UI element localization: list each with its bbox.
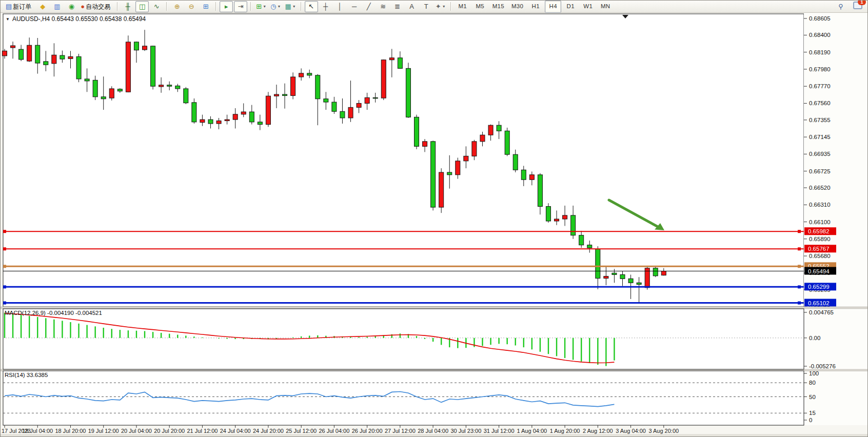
- symbol-dropdown-icon[interactable]: ▼: [6, 17, 10, 22]
- tile-windows-icon: ⊞: [203, 3, 209, 10]
- trendline-button[interactable]: ╱: [362, 1, 376, 12]
- chevron-down-icon[interactable]: ▼: [278, 5, 281, 8]
- vline-button[interactable]: │: [333, 1, 347, 12]
- resistance-2-handle[interactable]: [798, 247, 801, 250]
- cursor-button[interactable]: ↖: [305, 1, 318, 12]
- time-tick-label: 3 Aug 20:00: [648, 428, 679, 434]
- notification-badge: 1: [858, 0, 866, 5]
- crosshair-button[interactable]: ┼: [319, 1, 332, 12]
- resistance-1-handle[interactable]: [3, 230, 6, 233]
- rsi-pane[interactable]: [3, 371, 804, 425]
- signal-button[interactable]: ◉: [65, 1, 78, 12]
- candle[interactable]: [184, 87, 188, 104]
- text-button[interactable]: A: [405, 1, 419, 12]
- candle[interactable]: [126, 35, 130, 92]
- timeframe-m5-button[interactable]: M5: [472, 1, 488, 13]
- zoom-out-button[interactable]: ⊖: [185, 1, 198, 12]
- candle-body: [167, 85, 172, 86]
- support-1-handle[interactable]: [798, 285, 801, 288]
- label-button[interactable]: T: [420, 1, 433, 12]
- chat-button[interactable]: 1: [853, 2, 862, 11]
- price-tick-label: 0.65890: [809, 236, 831, 242]
- tile-windows-button[interactable]: ⊞: [199, 1, 212, 12]
- new-order-label: 新订单: [13, 4, 31, 10]
- periods-button[interactable]: ◷▼: [269, 1, 282, 12]
- timeframe-m15-button[interactable]: M15: [489, 1, 507, 13]
- candle[interactable]: [151, 46, 155, 89]
- horizontal-scrollbar[interactable]: [1, 434, 868, 437]
- new-order-button[interactable]: ▤新订单: [4, 1, 35, 12]
- time-tick-label: 26 Jul 20:00: [352, 428, 383, 434]
- resistance-1-handle[interactable]: [798, 230, 801, 233]
- candle-body: [19, 49, 24, 59]
- pane-separator[interactable]: [1, 307, 868, 309]
- indicators-button[interactable]: ⊞▼: [254, 1, 268, 12]
- timeframe-m1-button[interactable]: M1: [455, 1, 471, 13]
- chart-window-button[interactable]: ◆: [36, 1, 49, 12]
- candle[interactable]: [381, 59, 386, 100]
- chevron-down-icon[interactable]: ▼: [292, 5, 296, 8]
- candle-body: [315, 75, 320, 99]
- support-2-handle[interactable]: [3, 302, 6, 305]
- line-chart-button[interactable]: ∿: [150, 1, 163, 12]
- hline-button[interactable]: ─: [348, 1, 361, 12]
- timeframe-h4-button[interactable]: H4: [545, 1, 561, 13]
- candle[interactable]: [266, 92, 270, 127]
- bar-chart-icon: ╫: [126, 3, 130, 10]
- support-2-handle[interactable]: [798, 302, 801, 305]
- candle[interactable]: [76, 54, 81, 82]
- candle[interactable]: [505, 128, 509, 156]
- templates-button[interactable]: ▦▼: [283, 1, 297, 12]
- zoom-in-button[interactable]: ⊕: [170, 1, 184, 12]
- autotrade-label: 自动交易: [86, 4, 110, 10]
- terminal-button[interactable]: ▥: [50, 1, 64, 12]
- zoom-out-icon: ⊖: [189, 3, 194, 10]
- candle-body: [324, 99, 328, 102]
- bar-chart-button[interactable]: ╫: [121, 1, 134, 12]
- chart-canvas[interactable]: 0.686050.684000.681900.679800.677700.675…: [1, 13, 868, 437]
- channel-button[interactable]: ≋: [377, 1, 390, 12]
- candle[interactable]: [415, 115, 419, 149]
- support-zone-handle[interactable]: [798, 265, 801, 268]
- chart-shift-button[interactable]: ⇥: [234, 1, 247, 12]
- symbol-header[interactable]: ▼ AUDUSD-,H4 0.65443 0.65530 0.65438 0.6…: [6, 15, 146, 23]
- vline-icon: │: [338, 3, 342, 10]
- timeframe-w1-button[interactable]: W1: [580, 1, 596, 13]
- timeframe-m30-button[interactable]: M30: [508, 1, 526, 13]
- candle-body: [546, 206, 550, 221]
- candle-body: [389, 58, 394, 60]
- timeframe-d1-button[interactable]: D1: [562, 1, 579, 13]
- fibonacci-button[interactable]: ≣: [391, 1, 404, 12]
- macd-pane[interactable]: [3, 309, 804, 369]
- support-1-handle[interactable]: [3, 285, 6, 288]
- search-button[interactable]: ⚲: [834, 1, 847, 12]
- timeframe-mn-button[interactable]: MN: [597, 1, 614, 13]
- support-zone-handle[interactable]: [3, 265, 6, 268]
- arrows-button[interactable]: ✦▼: [434, 1, 447, 12]
- candle-body: [521, 170, 526, 180]
- candle[interactable]: [406, 63, 410, 118]
- autotrade-button[interactable]: ●自动交易: [79, 1, 114, 12]
- candle-body: [488, 125, 493, 135]
- candle-body: [283, 94, 287, 95]
- auto-scroll-button[interactable]: ▸: [220, 1, 233, 12]
- candle-body: [348, 107, 353, 118]
- time-tick-label: 3 Aug 04:00: [616, 428, 646, 434]
- price-tick-label: 0.68605: [809, 15, 831, 22]
- candle[interactable]: [439, 168, 444, 213]
- toolbar-separator: [301, 2, 302, 11]
- resistance-2-handle[interactable]: [3, 247, 6, 250]
- main-pane[interactable]: [3, 14, 804, 307]
- candle[interactable]: [431, 141, 436, 210]
- toolbar: ▤新订单◆▥◉●自动交易╫◫∿⊕⊖⊞▸⇥⊞▼◷▼▦▼↖┼│─╱≋≣AT✦▼M1M…: [1, 1, 867, 13]
- support-1-price-tag-label: 0.65299: [808, 284, 830, 290]
- candle-body: [11, 46, 15, 48]
- chevron-down-icon[interactable]: ▼: [442, 5, 446, 8]
- candle-body: [563, 215, 567, 219]
- candlestick-button[interactable]: ◫: [135, 1, 149, 12]
- candle-body: [637, 283, 641, 284]
- candle-body: [93, 80, 97, 96]
- timeframe-h1-button[interactable]: H1: [527, 1, 544, 13]
- chevron-down-icon[interactable]: ▼: [263, 5, 266, 8]
- symbol-header-text: AUDUSD-,H4 0.65443 0.65530 0.65438 0.654…: [12, 15, 146, 23]
